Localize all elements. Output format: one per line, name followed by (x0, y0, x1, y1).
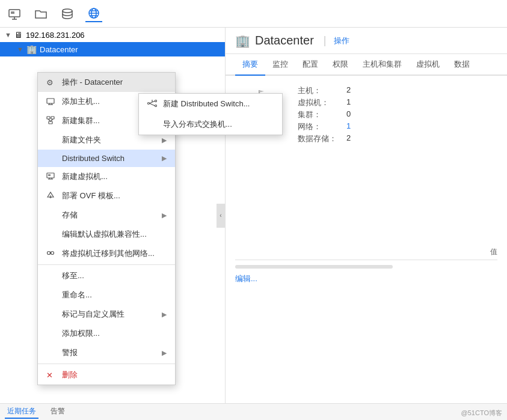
tabs-bar: 摘要 监控 配置 权限 主机和集群 虚拟机 数据 (226, 54, 507, 76)
menu-item-delete[interactable]: ✕ 删除 (38, 365, 175, 385)
cluster-icon (46, 116, 58, 126)
stats-grid: 主机： 2 虚拟机： 1 集群： 0 网络： 1 数据存储： 2 (298, 85, 351, 144)
tab-summary[interactable]: 摘要 (235, 54, 265, 76)
bottom-tab-alerts[interactable]: 告警 (48, 405, 67, 419)
svg-rect-32 (51, 117, 54, 119)
menu-item-rename[interactable]: 重命名... (38, 285, 175, 305)
menu-item-alerts-label: 警报 (62, 347, 162, 358)
svg-point-48 (155, 105, 157, 106)
tree-item-root[interactable]: ▼ 🖥 192.168.231.206 (0, 28, 225, 42)
svg-rect-31 (47, 117, 50, 119)
content-title-icon: 🏢 (235, 34, 250, 48)
stat-value-clusters: 0 (346, 109, 351, 120)
dist-switch-arrow-icon: ▶ (162, 154, 167, 162)
app-container: ‹ ▼ 🖥 192.168.231.206 ▼ 🏢 Datacenter 🏢 D… (0, 0, 507, 420)
tree-expand-datacenter[interactable]: ▼ (17, 46, 26, 53)
menu-item-storage[interactable]: 存储 ▶ (38, 205, 175, 225)
bottom-bar: 近期任务 告警 @51CTO博客 (0, 403, 507, 420)
submenu-item-new-dvs[interactable]: 新建 Distributed Switch... (139, 94, 282, 114)
menu-item-actions-header[interactable]: ⚙ 操作 - Datacenter (38, 73, 175, 92)
menu-item-dist-switch-label: Distributed Switch (62, 154, 162, 163)
tab-config[interactable]: 配置 (295, 54, 325, 76)
content-header: 🏢 Datacenter | 操作 (226, 28, 507, 54)
menu-item-add-perms-label: 添加权限... (62, 328, 167, 339)
svg-rect-27 (47, 99, 54, 103)
menu-item-edit-compat[interactable]: 编辑默认虚拟机兼容性... (38, 225, 175, 244)
deploy-ovf-icon (46, 191, 58, 201)
new-dvs-icon (147, 99, 159, 109)
scrollbar-placeholder (235, 265, 393, 269)
table-area: 值 编辑... (226, 245, 507, 404)
svg-line-34 (48, 119, 51, 121)
edit-link[interactable]: 编辑... (235, 274, 257, 283)
stat-label-datastore: 数据存储： (298, 133, 337, 144)
stat-value-datastore: 2 (346, 133, 351, 144)
content-panel: 🏢 Datacenter | 操作 摘要 监控 配置 权限 主机和集群 虚拟机 … (226, 28, 507, 403)
sidebar-collapse-button[interactable]: ‹ (217, 204, 225, 228)
menu-item-new-vm[interactable]: 新建虚拟机... (38, 167, 175, 186)
submenu-dist-switch: 新建 Distributed Switch... 导入分布式交换机... (138, 93, 283, 135)
tree-item-datacenter[interactable]: ▼ 🏢 Datacenter (0, 42, 225, 56)
submenu-item-import-dvs-label: 导入分布式交换机... (163, 119, 274, 130)
database-icon[interactable] (59, 5, 76, 22)
watermark: @51CTO博客 (461, 409, 502, 418)
menu-item-deploy-ovf[interactable]: 部署 OVF 模板... (38, 186, 175, 205)
svg-rect-33 (49, 121, 52, 124)
tag-arrow-icon: ▶ (162, 311, 167, 318)
menu-item-add-perms[interactable]: 添加权限... (38, 324, 175, 343)
menu-item-dist-switch[interactable]: Distributed Switch ▶ (38, 150, 175, 167)
menu-item-move-to-label: 移至... (62, 270, 167, 281)
menu-item-rename-label: 重命名... (62, 290, 167, 300)
separator-2 (38, 364, 175, 364)
menu-item-storage-label: 存储 (62, 210, 162, 221)
action-button[interactable]: 操作 (334, 35, 349, 46)
menu-item-new-folder-label: 新建文件夹 (62, 135, 162, 145)
menu-item-migrate-vm-label: 将虚拟机迁移到其他网络... (62, 248, 167, 259)
vm-icon[interactable] (6, 5, 23, 22)
col-value-header: 值 (410, 247, 497, 257)
storage-arrow-icon: ▶ (162, 212, 167, 219)
top-toolbar (0, 0, 507, 28)
svg-point-46 (148, 102, 150, 104)
migrate-vm-icon (46, 249, 58, 259)
svg-rect-3 (11, 11, 14, 14)
svg-line-35 (51, 119, 53, 121)
col-name-header (235, 247, 410, 257)
svg-point-4 (63, 9, 72, 13)
server-icon: 🖥 (14, 30, 23, 40)
network-icon[interactable] (85, 5, 102, 22)
menu-item-tag-attrs[interactable]: 标记与自定义属性 ▶ (38, 305, 175, 324)
menu-item-move-to[interactable]: 移至... (38, 266, 175, 285)
folder-icon[interactable] (32, 5, 49, 22)
menu-item-migrate-vm[interactable]: 将虚拟机迁移到其他网络... (38, 244, 175, 263)
menu-item-edit-compat-label: 编辑默认虚拟机兼容性... (62, 229, 167, 240)
svg-rect-40 (48, 174, 51, 176)
menu-item-alerts[interactable]: 警报 ▶ (38, 343, 175, 362)
delete-icon: ✕ (46, 371, 58, 380)
gear-icon: ⚙ (46, 78, 58, 87)
tab-permissions[interactable]: 权限 (325, 54, 355, 76)
tab-hosts-clusters[interactable]: 主机和集群 (355, 54, 409, 76)
stat-label-clusters: 集群： (298, 109, 337, 120)
stat-label-hosts: 主机： (298, 85, 337, 96)
svg-line-50 (150, 103, 155, 106)
submenu-item-import-dvs[interactable]: 导入分布式交换机... (139, 114, 282, 135)
submenu-item-new-dvs-label: 新建 Distributed Switch... (163, 99, 274, 109)
add-host-icon (46, 97, 58, 107)
stat-label-network: 网络： (298, 121, 337, 132)
new-folder-arrow-icon: ▶ (162, 136, 167, 144)
menu-item-delete-label: 删除 (62, 370, 167, 380)
tab-vms[interactable]: 虚拟机 (409, 54, 447, 76)
tab-data[interactable]: 数据 (447, 54, 477, 76)
stat-value-network: 1 (346, 121, 351, 132)
stat-value-vms: 1 (346, 97, 351, 108)
header-divider: | (324, 34, 327, 47)
table-header-row: 值 (235, 245, 497, 260)
menu-item-tag-attrs-label: 标记与自定义属性 (62, 309, 162, 320)
new-vm-icon (46, 172, 58, 182)
tree-expand-root[interactable]: ▼ (5, 31, 14, 38)
bottom-tab-recent-tasks[interactable]: 近期任务 (5, 405, 38, 419)
menu-item-actions-label: 操作 - Datacenter (62, 77, 167, 88)
content-title: Datacenter (255, 34, 314, 47)
tab-monitor[interactable]: 监控 (265, 54, 295, 76)
